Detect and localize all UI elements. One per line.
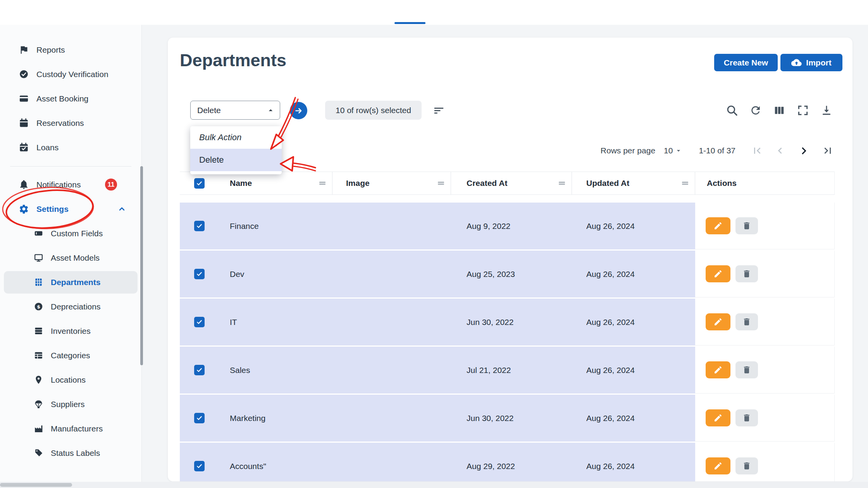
sidebar-item-inventories[interactable]: Inventories bbox=[0, 319, 141, 343]
columns-icon[interactable] bbox=[773, 104, 785, 117]
trash-button[interactable] bbox=[735, 409, 758, 426]
bell-icon bbox=[19, 179, 29, 190]
tag-icon bbox=[34, 448, 43, 458]
sidebar-item-custody-verification[interactable]: Custody Verification bbox=[0, 62, 141, 86]
sidebar-item-departments[interactable]: Departments bbox=[4, 271, 138, 294]
topbar bbox=[0, 0, 868, 25]
trash-button[interactable] bbox=[735, 313, 758, 330]
last-page-button[interactable] bbox=[822, 144, 834, 157]
table-body: FinanceAug 9, 2022Aug 26, 2024DevAug 25,… bbox=[180, 203, 835, 481]
apply-bulk-action-button[interactable] bbox=[290, 102, 307, 119]
trash-button[interactable] bbox=[735, 217, 758, 234]
horizontal-scrollbar[interactable] bbox=[0, 482, 868, 488]
sidebar-item-loans[interactable]: Loans bbox=[0, 135, 141, 160]
sidebar-item-manufacturers[interactable]: Manufacturers bbox=[0, 416, 141, 441]
edit-button[interactable] bbox=[706, 361, 730, 378]
select-all-checkbox[interactable] bbox=[194, 178, 205, 189]
arrow-right-icon bbox=[294, 106, 303, 115]
sidebar-divider bbox=[10, 166, 131, 167]
rows-per-page-select[interactable]: 10 bbox=[664, 146, 682, 155]
horizontal-scrollbar-thumb[interactable] bbox=[0, 483, 72, 487]
column-header-created-at[interactable]: Created At bbox=[451, 172, 572, 194]
previous-page-button[interactable] bbox=[774, 144, 786, 157]
drag-handle-icon[interactable] bbox=[318, 179, 327, 188]
cell-image bbox=[332, 395, 451, 442]
sidebar-item-custom-fields[interactable]: Custom Fields bbox=[0, 221, 141, 246]
column-header-label: Name bbox=[230, 179, 252, 188]
gear-icon bbox=[19, 204, 29, 214]
trash-button[interactable] bbox=[735, 265, 758, 282]
caret-down-icon bbox=[675, 147, 682, 155]
sidebar-item-suppliers[interactable]: Suppliers bbox=[0, 392, 141, 416]
pencil-icon bbox=[713, 365, 723, 375]
column-header-image[interactable]: Image bbox=[332, 172, 451, 194]
pencil-icon bbox=[713, 413, 723, 423]
column-header-updated-at[interactable]: Updated At bbox=[572, 172, 695, 194]
fullscreen-icon[interactable] bbox=[797, 104, 809, 117]
trash-button[interactable] bbox=[735, 457, 758, 474]
cell-created-at: Jun 30, 2022 bbox=[451, 299, 572, 345]
row-actions-cell bbox=[695, 203, 835, 249]
column-header-label: Updated At bbox=[586, 179, 629, 188]
sidebar-item-reservations[interactable]: Reservations bbox=[0, 111, 141, 135]
monitor-icon bbox=[34, 253, 43, 263]
row-checkbox[interactable] bbox=[194, 221, 205, 231]
row-checkbox[interactable] bbox=[194, 413, 205, 423]
column-header-name[interactable]: Name bbox=[219, 172, 332, 194]
sidebar-item-label: Reports bbox=[36, 45, 65, 55]
sidebar-item-label: Settings bbox=[36, 204, 69, 214]
sidebar-item-label: Depreciations bbox=[51, 302, 100, 311]
sidebar-item-settings[interactable]: Settings bbox=[0, 197, 141, 221]
pagination-range: 1-10 of 37 bbox=[699, 146, 735, 155]
sidebar-item-depreciations[interactable]: $Depreciations bbox=[0, 294, 141, 319]
search-icon[interactable] bbox=[726, 104, 738, 117]
sidebar-item-asset-models[interactable]: Asset Models bbox=[0, 246, 141, 270]
drag-handle-icon[interactable] bbox=[680, 179, 690, 188]
table-row: Accounts"Aug 29, 2022Aug 26, 2024 bbox=[180, 443, 835, 481]
dollar-icon: $ bbox=[34, 302, 43, 311]
drag-handle-icon[interactable] bbox=[436, 179, 446, 188]
row-checkbox[interactable] bbox=[194, 461, 205, 471]
drag-handle-icon[interactable] bbox=[557, 179, 567, 188]
sidebar-scrollbar[interactable] bbox=[140, 166, 143, 365]
import-button[interactable]: Import bbox=[780, 54, 842, 71]
row-checkbox[interactable] bbox=[194, 269, 205, 279]
sidebar-item-asset-booking[interactable]: Asset Booking bbox=[0, 86, 141, 111]
active-tab-indicator bbox=[394, 22, 425, 24]
bulk-action-select[interactable]: Delete bbox=[190, 101, 280, 120]
first-page-button[interactable] bbox=[751, 144, 763, 157]
cell-created-at: Aug 29, 2022 bbox=[451, 443, 572, 481]
edit-button[interactable] bbox=[706, 457, 730, 474]
inventory-icon bbox=[34, 326, 43, 336]
next-page-button[interactable] bbox=[797, 144, 811, 158]
cell-updated-at: Aug 26, 2024 bbox=[572, 347, 695, 393]
refresh-icon[interactable] bbox=[749, 104, 762, 117]
pencil-icon bbox=[713, 317, 723, 326]
chevron-up-icon bbox=[117, 204, 127, 214]
create-new-button[interactable]: Create New bbox=[714, 54, 778, 71]
sidebar-item-categories[interactable]: Categories bbox=[0, 343, 141, 368]
sidebar-item-notifications[interactable]: Notifications11 bbox=[0, 172, 141, 197]
sidebar-item-label: Categories bbox=[51, 351, 90, 360]
sidebar-item-status-labels[interactable]: Status Labels bbox=[0, 441, 141, 465]
sidebar: ReportsCustody VerificationAsset Booking… bbox=[0, 25, 142, 488]
sidebar-item-locations[interactable]: Locations bbox=[0, 368, 141, 392]
sidebar-item-label: Status Labels bbox=[51, 448, 100, 458]
sort-icon[interactable] bbox=[433, 105, 445, 117]
sidebar-item-label: Reservations bbox=[36, 119, 84, 128]
trash-button[interactable] bbox=[735, 361, 758, 378]
column-header-label: Image bbox=[346, 179, 370, 188]
table-row: ITJun 30, 2022Aug 26, 2024 bbox=[180, 299, 835, 345]
sidebar-item-reports[interactable]: Reports bbox=[0, 38, 141, 62]
edit-button[interactable] bbox=[706, 265, 730, 282]
edit-button[interactable] bbox=[706, 217, 730, 234]
edit-button[interactable] bbox=[706, 409, 730, 426]
row-checkbox[interactable] bbox=[194, 365, 205, 375]
edit-button[interactable] bbox=[706, 313, 730, 330]
download-icon[interactable] bbox=[820, 104, 833, 117]
cell-image bbox=[332, 251, 451, 297]
row-checkbox[interactable] bbox=[194, 317, 205, 327]
sidebar-item-label: Locations bbox=[51, 375, 86, 385]
select-all-cell bbox=[180, 172, 219, 194]
menu-item-delete[interactable]: Delete bbox=[190, 149, 282, 171]
